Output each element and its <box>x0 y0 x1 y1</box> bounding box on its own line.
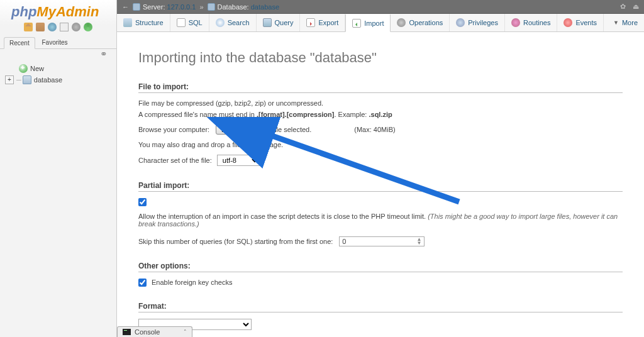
tab-recent[interactable]: Recent <box>4 37 35 49</box>
allow-interruption-checkbox[interactable] <box>138 198 147 206</box>
foreign-key-label: Enable foreign key checks <box>152 279 232 286</box>
tree-database[interactable]: + ─ database <box>5 74 111 86</box>
phpmyadmin-logo[interactable]: phpMyAdmin <box>0 0 116 21</box>
foreign-key-checkbox[interactable] <box>138 279 147 287</box>
breadcrumb-database[interactable]: database <box>251 3 279 11</box>
events-icon <box>564 18 572 27</box>
chevron-up-icon: ˄ <box>184 329 187 335</box>
tab-privileges[interactable]: Privileges <box>450 14 505 31</box>
console-toggle[interactable]: Console ˄ <box>117 326 192 337</box>
privileges-icon <box>456 18 465 27</box>
tab-search[interactable]: Search <box>209 14 257 31</box>
tab-structure[interactable]: Structure <box>117 14 170 31</box>
sql-icon <box>177 18 186 27</box>
new-database-icon <box>19 64 28 73</box>
structure-icon <box>123 18 132 27</box>
tab-operations[interactable]: Operations <box>391 14 450 31</box>
breadcrumb-db-label: Database: <box>218 3 249 11</box>
home-icon[interactable] <box>24 23 33 31</box>
skip-queries-label: Skip this number of queries (for SQL) st… <box>138 238 333 245</box>
database-tree: New + ─ database <box>0 59 116 89</box>
breadcrumb-bar: ← Server: 127.0.0.1 » Database: database… <box>117 0 644 14</box>
reload-icon[interactable] <box>84 23 92 31</box>
tab-sql[interactable]: SQL <box>170 14 209 31</box>
page-title: Importing into the database "database" <box>138 50 623 66</box>
main-tabs: Structure SQL Search Query Export Import… <box>117 14 644 32</box>
tree-new[interactable]: New <box>5 63 111 74</box>
eject-icon[interactable]: ⏏ <box>633 3 639 10</box>
file-to-import-head: File to import: <box>138 82 623 93</box>
skip-queries-value: 0 <box>342 238 346 245</box>
sidebar-icon-row <box>0 21 116 34</box>
tab-import[interactable]: Import <box>345 14 391 32</box>
database-icon <box>23 75 31 84</box>
max-size: (Max: 40MiB) <box>354 126 395 133</box>
nav-back-icon[interactable]: ← <box>122 3 129 11</box>
other-options-head: Other options: <box>138 262 623 272</box>
chevron-down-icon: ▼ <box>613 19 619 26</box>
terminal-icon <box>123 329 131 335</box>
name-format-hint: A compressed file's name must end in .[f… <box>138 111 623 118</box>
browse-button[interactable]: Browse... <box>216 124 256 135</box>
console-label: Console <box>135 328 160 336</box>
dragdrop-hint: You may also drag and drop a file on any… <box>138 141 623 148</box>
content-panel: Importing into the database "database" F… <box>117 32 644 337</box>
routines-icon <box>511 18 520 27</box>
format-head: Format: <box>138 302 623 312</box>
tree-new-label: New <box>30 65 44 72</box>
gear-icon[interactable]: ✿ <box>620 3 626 10</box>
expand-icon[interactable]: + <box>5 75 14 84</box>
section-other-options: Other options: Enable foreign key checks <box>138 262 623 287</box>
tab-export[interactable]: Export <box>300 14 345 31</box>
partial-import-head: Partial import: <box>138 181 623 192</box>
docs-icon[interactable] <box>60 23 69 31</box>
settings-icon[interactable] <box>72 23 80 31</box>
search-icon <box>216 18 225 27</box>
breadcrumb-server[interactable]: 127.0.0.1 <box>167 3 196 11</box>
tree-database-label: database <box>34 76 62 84</box>
tab-query[interactable]: Query <box>257 14 301 31</box>
no-file-selected: No file selected. <box>262 126 311 133</box>
breadcrumb-server-label: Server: <box>143 3 165 11</box>
export-icon <box>306 18 315 27</box>
stepper-arrows-icon[interactable]: ▲▼ <box>416 238 421 245</box>
charset-label: Character set of the file: <box>138 157 212 164</box>
tab-favorites[interactable]: Favorites <box>36 37 72 48</box>
section-file-to-import: File to import: File may be compressed (… <box>138 82 623 166</box>
globe-icon[interactable] <box>48 23 57 31</box>
sidebar-tabs: Recent Favorites <box>0 36 116 49</box>
operations-icon <box>397 18 406 27</box>
sidebar: phpMyAdmin Recent Favorites ⚭ New + ─ da… <box>0 0 117 337</box>
import-icon <box>352 19 361 28</box>
charset-select[interactable]: utf-8 <box>217 155 260 166</box>
tab-routines[interactable]: Routines <box>505 14 557 31</box>
database-crumb-icon <box>208 3 215 11</box>
server-icon <box>133 3 140 11</box>
allow-interruption-text: Allow the interruption of an import in c… <box>138 213 623 228</box>
compressed-hint: File may be compressed (gzip, bzip2, zip… <box>138 99 623 107</box>
section-partial-import: Partial import: Allow the interruption o… <box>138 181 623 246</box>
browse-label: Browse your computer: <box>138 126 209 133</box>
query-icon <box>263 18 272 27</box>
logout-icon[interactable] <box>36 23 45 31</box>
link-indicator-icon: ⚭ <box>0 49 116 59</box>
section-format: Format: <box>138 302 623 330</box>
skip-queries-input[interactable]: 0 ▲▼ <box>339 236 425 246</box>
tab-more[interactable]: ▼More <box>607 14 644 31</box>
tab-events[interactable]: Events <box>557 14 604 31</box>
